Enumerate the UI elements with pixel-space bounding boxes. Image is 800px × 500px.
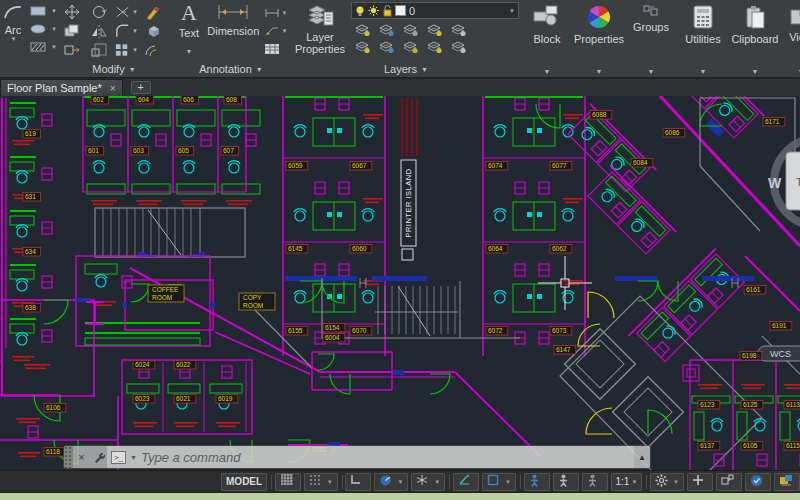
copy-icon[interactable] (60, 22, 84, 40)
room-tag: 619 (25, 130, 36, 137)
command-input[interactable] (141, 450, 634, 465)
annotation-scale-dropdown-icon: ▼ (631, 479, 637, 485)
isolate-objects-button[interactable] (687, 473, 713, 491)
array-icon[interactable]: ▼ (114, 41, 138, 59)
layer-tool-icon-8[interactable] (423, 38, 447, 56)
block-panel-button[interactable]: Block ▼ (521, 0, 573, 78)
room-tag: 6024 (135, 361, 150, 368)
layer-tool-icon-1[interactable] (375, 21, 399, 39)
annotation-scale-button[interactable]: 1:1 ▼ (611, 473, 643, 491)
dimstyle-dropdown-icon[interactable]: ▼ (282, 10, 288, 16)
leader-dropdown-icon[interactable]: ▼ (282, 28, 288, 34)
new-tab-button[interactable]: + (131, 81, 151, 94)
move-icon[interactable] (60, 3, 84, 21)
room-tag: 607 (223, 147, 234, 154)
annotation-panel-label[interactable]: Annotation▼ (171, 61, 291, 77)
layer-tool-icon-2[interactable] (399, 21, 423, 39)
file-tab-active[interactable]: Floor Plan Sample* × (0, 79, 123, 96)
layer-combo-arrow-icon[interactable]: ▼ (509, 8, 515, 14)
annotation-autoscale-toggle[interactable] (553, 473, 579, 491)
room-tag: 6113 (786, 401, 800, 408)
osnap-dropdown-icon: ▼ (505, 479, 511, 485)
command-close-icon[interactable]: × (73, 446, 90, 468)
isodraft-toggle[interactable]: ▼ (411, 473, 445, 491)
layer-properties-button[interactable]: Layer Properties (294, 2, 346, 58)
snap-mode-toggle[interactable]: ▼ (304, 473, 338, 491)
model-space-canvas[interactable]: PRINTER ISLANDWTOPWCS6026046066086016036… (0, 96, 800, 470)
room-tag: 6062 (552, 245, 567, 252)
layer-dropdown[interactable]: 0 ▼ (351, 2, 519, 19)
annotation-monitor-toggle[interactable] (582, 473, 608, 491)
command-input-wrap[interactable]: >_ ▼ (107, 446, 634, 468)
polar-tracking-toggle[interactable]: ▼ (374, 473, 408, 491)
text-button[interactable]: A Text ▼ (174, 2, 204, 58)
rotate-icon[interactable] (87, 3, 111, 21)
leader-icon[interactable] (263, 22, 281, 40)
command-recent-dropdown-icon[interactable]: ▼ (130, 454, 137, 461)
room-tag: 6155 (288, 327, 303, 334)
offset-icon[interactable] (141, 41, 165, 59)
command-customize-wrench-icon[interactable] (90, 446, 107, 468)
annotation-mini-column: ▼ ▼ (263, 2, 288, 58)
dimension-button[interactable]: Dimension (208, 2, 259, 58)
clean-screen-button[interactable] (774, 473, 800, 491)
modify-panel-label[interactable]: Modify▼ (57, 61, 171, 77)
ortho-toggle[interactable] (345, 473, 371, 491)
layers-panel-label[interactable]: Layers▼ (291, 61, 521, 77)
command-history-up-icon[interactable]: ▲ (634, 446, 650, 468)
isodraft-dropdown-icon: ▼ (434, 479, 440, 485)
arc-icon[interactable] (3, 4, 23, 24)
printer-island-label: PRINTER ISLAND (404, 168, 413, 237)
block-panel-arrow-icon: ▼ (543, 68, 550, 75)
room-tag: 6154 (325, 324, 340, 331)
layer-tool-icon-5[interactable] (351, 38, 375, 56)
utilities-panel-button[interactable]: Utilities ▼ (677, 0, 729, 78)
grid-display-toggle[interactable] (275, 473, 301, 491)
explode-icon[interactable] (141, 22, 165, 40)
graphics-performance-button[interactable] (745, 473, 771, 491)
view-panel-button[interactable]: View ▼ (781, 0, 800, 78)
dimension-style-icon[interactable] (263, 4, 281, 22)
room-tag: 6147 (556, 346, 571, 353)
clipboard-icon (744, 4, 766, 30)
properties-panel-button[interactable]: Properties ▼ (573, 0, 625, 78)
calculator-icon (691, 4, 715, 30)
erase-icon[interactable] (141, 3, 165, 21)
workspace-switching-button[interactable]: ▼ (650, 473, 684, 491)
layer-thaw-icon (368, 5, 379, 16)
layer-tool-icon-0[interactable] (351, 21, 375, 39)
room-tag: 6059 (288, 162, 303, 169)
layer-tool-icon-6[interactable] (375, 38, 399, 56)
taskbar-edge-strip (0, 492, 800, 500)
model-space-button[interactable]: MODEL (221, 473, 267, 491)
rectangle-tool-icon[interactable] (26, 2, 50, 20)
arc-dropdown-icon[interactable]: ▼ (11, 36, 17, 42)
room-label: COPY (243, 294, 262, 301)
stretch-icon[interactable] (60, 41, 84, 59)
annotation-visibility-toggle[interactable] (524, 473, 550, 491)
tab-close-icon[interactable]: × (110, 83, 116, 94)
viewcube-top-label: TOP (796, 176, 800, 188)
groups-panel-button[interactable]: Groups ▼ (625, 0, 677, 78)
hatch-tool-icon[interactable] (26, 38, 50, 56)
mirror-icon[interactable] (87, 22, 111, 40)
trim-icon[interactable]: ▼ (114, 3, 138, 21)
room-tag: 6088 (592, 111, 607, 118)
clipboard-panel-button[interactable]: Clipboard ▼ (729, 0, 781, 78)
arc-button[interactable]: Arc (5, 24, 22, 36)
object-snap-toggle[interactable]: ▼ (482, 473, 516, 491)
scale-icon[interactable] (87, 41, 111, 59)
ellipse-tool-icon[interactable] (26, 20, 50, 38)
command-bar-grip[interactable] (64, 446, 73, 468)
layer-tool-icon-4[interactable] (447, 21, 471, 39)
wcs-pill[interactable]: WCS (758, 346, 800, 361)
layer-tool-icon-3[interactable] (423, 21, 447, 39)
fillet-icon[interactable]: ▼ (114, 22, 138, 40)
room-tag: 6074 (488, 162, 503, 169)
table-icon[interactable] (263, 40, 281, 58)
quick-properties-button[interactable] (716, 473, 742, 491)
layer-tool-icon-9[interactable] (447, 38, 471, 56)
command-line-bar[interactable]: × >_ ▼ ▲ (64, 446, 650, 468)
object-snap-tracking-toggle[interactable] (453, 473, 479, 491)
layer-tool-icon-7[interactable] (399, 38, 423, 56)
